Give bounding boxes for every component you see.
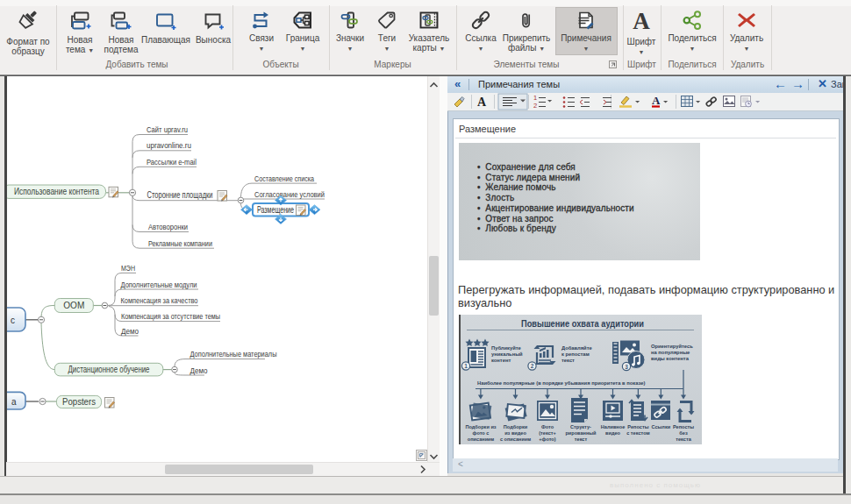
svg-text:Согласование условий: Согласование условий — [254, 189, 325, 199]
svg-text:1: 1 — [464, 363, 468, 369]
svg-text:уникальный: уникальный — [491, 351, 523, 357]
svg-text:текст: текст — [561, 358, 575, 363]
svg-text:Компенсация за отсутствие темы: Компенсация за отсутствие темы — [121, 311, 220, 321]
svg-text:Использование контента: Использование контента — [14, 187, 99, 196]
svg-text:с описанием: с описанием — [500, 437, 531, 442]
svg-text:Структу-: Структу- — [570, 424, 591, 429]
svg-text:Наиболее популярные (в порядке: Наиболее популярные (в порядке убывания … — [477, 380, 645, 386]
svg-text:Дистанционное обучение: Дистанционное обучение — [68, 365, 150, 374]
svg-text:виды контента: виды контента — [651, 356, 690, 361]
svg-text:Автоворонки: Автоворонки — [148, 222, 188, 231]
svg-text:описанием: описанием — [468, 437, 495, 442]
svg-text:к репостам: к репостам — [561, 351, 590, 357]
svg-text:фото с: фото с — [473, 430, 490, 436]
svg-text:без: без — [679, 430, 688, 436]
svg-text:на популярные: на популярные — [651, 350, 690, 355]
svg-text:Компенсация за качество: Компенсация за качество — [121, 295, 198, 305]
svg-text:контент: контент — [491, 358, 511, 363]
svg-text:Размещение: Размещение — [257, 205, 294, 215]
svg-text:Добавляйте: Добавляйте — [561, 345, 593, 351]
svg-text:с текстом: с текстом — [626, 430, 650, 436]
svg-text:Репосты: Репосты — [673, 424, 694, 429]
svg-text:из видео: из видео — [504, 430, 526, 436]
svg-text:Репосты: Репосты — [627, 424, 648, 429]
svg-text:1: 1 — [533, 94, 537, 102]
svg-text:Наливное: Наливное — [601, 424, 626, 429]
svg-text:Дополнительные модули: Дополнительные модули — [121, 280, 197, 289]
svg-text:видео: видео — [605, 430, 621, 436]
svg-text:Ссылки: Ссылки — [651, 424, 670, 429]
svg-text:Составление списка: Составление списка — [254, 174, 315, 183]
svg-text:МЭН: МЭН — [121, 263, 135, 273]
svg-text:(текст+: (текст+ — [539, 430, 556, 436]
svg-text:Повышение охвата аудитории: Повышение охвата аудитории — [521, 318, 644, 329]
svg-text:A: A — [652, 94, 661, 107]
svg-text:+фото): +фото) — [539, 437, 555, 442]
svg-text:3: 3 — [625, 364, 628, 370]
svg-text:Демо: Демо — [121, 326, 139, 336]
svg-text:текст: текст — [575, 437, 588, 442]
svg-text:Фото: Фото — [541, 424, 554, 429]
svg-text:с: с — [11, 316, 15, 325]
svg-text:2: 2 — [533, 102, 537, 110]
svg-text:Демо: Демо — [190, 366, 208, 375]
svg-text:upravonline.ru: upravonline.ru — [147, 140, 191, 150]
svg-text:Публикуйте: Публикуйте — [491, 345, 522, 351]
svg-text:Дополнительные материалы: Дополнительные материалы — [190, 349, 277, 358]
svg-text:Сайт uprav.ru: Сайт uprav.ru — [147, 124, 188, 134]
svg-text:рированный: рированный — [565, 430, 597, 436]
svg-text:Сторонние площадки: Сторонние площадки — [147, 190, 213, 200]
svg-text:2: 2 — [531, 363, 534, 369]
svg-text:ООМ: ООМ — [63, 301, 84, 310]
svg-text:A: A — [477, 96, 487, 109]
svg-text:Рассылки e-mail: Рассылки e-mail — [147, 157, 197, 167]
svg-text:Ориентируйтесь: Ориентируйтесь — [651, 344, 693, 349]
svg-text:а: а — [11, 397, 17, 407]
svg-text:Подборки: Подборки — [504, 424, 528, 429]
svg-text:Подборки из: Подборки из — [465, 424, 496, 429]
svg-text:Popsters: Popsters — [62, 397, 96, 407]
svg-text:Рекламные компании: Рекламные компании — [148, 238, 212, 248]
svg-text:текста: текста — [676, 437, 691, 442]
